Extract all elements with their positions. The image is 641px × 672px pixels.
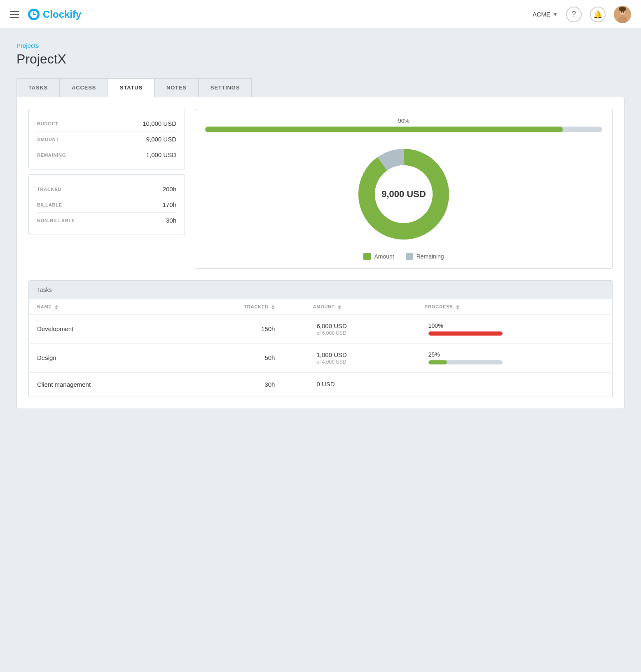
logo-icon bbox=[27, 8, 40, 21]
task-amount-cell: 6,000 USD of 6,000 USD bbox=[299, 315, 411, 343]
progress-bar-fill bbox=[205, 127, 563, 132]
tasks-table-header-row: NAME TRACKED bbox=[29, 299, 613, 315]
task-amount-main: 1,000 USD bbox=[316, 351, 403, 358]
avatar[interactable] bbox=[614, 6, 631, 23]
legend-remaining-label: Remaining bbox=[416, 253, 444, 260]
name-sort-icon bbox=[55, 305, 58, 310]
task-amount-cell: 0 USD bbox=[299, 372, 411, 397]
breadcrumb[interactable]: Projects bbox=[16, 42, 625, 49]
help-button[interactable]: ? bbox=[566, 7, 582, 22]
app-header: Clockify ACME ▼ ? 🔔 bbox=[0, 0, 641, 29]
remaining-value: 1,000 USD bbox=[146, 151, 176, 158]
status-left: BUDGET 10,000 USD AMOUNT 9,000 USD REMAI… bbox=[28, 109, 185, 269]
donut-chart: 9,000 USD bbox=[354, 145, 453, 244]
progress-bar-container: 90% bbox=[205, 117, 602, 132]
chart-legend: Amount Remaining bbox=[363, 253, 444, 260]
help-icon: ? bbox=[572, 10, 576, 19]
hamburger-menu[interactable] bbox=[10, 11, 19, 18]
page-content: Projects ProjectX TASKS ACCESS STATUS NO… bbox=[0, 29, 641, 422]
tasks-table: NAME TRACKED bbox=[28, 299, 613, 397]
legend-amount: Amount bbox=[363, 253, 394, 260]
legend-remaining: Remaining bbox=[406, 253, 444, 260]
workspace-chevron: ▼ bbox=[553, 12, 558, 17]
header-right: ACME ▼ ? 🔔 bbox=[533, 6, 631, 23]
task-progress-pct: 100% bbox=[428, 322, 604, 329]
task-amount-divider: 1,000 USD of 4,000 USD bbox=[308, 351, 403, 365]
workspace-name: ACME bbox=[533, 11, 550, 18]
task-progress-divider: — bbox=[420, 380, 604, 387]
tab-status[interactable]: STATUS bbox=[108, 78, 154, 97]
task-progress-cell: 25% bbox=[412, 343, 613, 372]
tracked-row: TRACKED 200h bbox=[37, 181, 176, 197]
progress-sort-icon bbox=[456, 305, 459, 310]
logo-text: Clockify bbox=[43, 9, 81, 20]
tab-tasks[interactable]: TASKS bbox=[16, 78, 60, 97]
task-progress-cell: — bbox=[412, 372, 613, 397]
tab-settings[interactable]: SETTINGS bbox=[199, 78, 252, 97]
task-amount-cell: 1,000 USD of 4,000 USD bbox=[299, 343, 411, 372]
task-name-cell: Client management bbox=[29, 372, 171, 397]
task-progress-fill bbox=[428, 360, 447, 364]
task-amount-sub: of 6,000 USD bbox=[316, 330, 403, 336]
task-name: Development bbox=[37, 325, 73, 332]
amount-value: 9,000 USD bbox=[146, 136, 176, 143]
task-tracked-cell: 150h bbox=[171, 315, 300, 343]
tasks-section-header: Tasks bbox=[28, 280, 613, 299]
progress-bar-track bbox=[205, 127, 602, 132]
task-progress-fill bbox=[428, 331, 503, 336]
non-billable-row: NON-BILLABLE 30h bbox=[37, 212, 176, 228]
col-progress[interactable]: PROGRESS bbox=[412, 299, 613, 315]
col-amount[interactable]: AMOUNT bbox=[299, 299, 411, 315]
tab-access[interactable]: ACCESS bbox=[60, 78, 108, 97]
budget-row: BUDGET 10,000 USD bbox=[37, 116, 176, 131]
notifications-button[interactable]: 🔔 bbox=[590, 7, 606, 22]
task-amount-main: 0 USD bbox=[316, 381, 403, 388]
task-name: Client management bbox=[37, 381, 91, 388]
billable-label: BILLABLE bbox=[37, 202, 62, 207]
tracked-box: TRACKED 200h BILLABLE 170h NON-BILLABLE … bbox=[28, 174, 185, 235]
workspace-selector[interactable]: ACME ▼ bbox=[533, 11, 558, 18]
table-row: Design 50h 1,000 USD of 4,000 USD bbox=[29, 343, 613, 372]
svg-point-2 bbox=[29, 14, 30, 15]
svg-point-9 bbox=[619, 7, 626, 12]
page-title: ProjectX bbox=[16, 52, 625, 67]
task-progress-cell: 100% bbox=[412, 315, 613, 343]
donut-center-text: 9,000 USD bbox=[381, 189, 426, 200]
remaining-row: REMAINING 1,000 USD bbox=[37, 147, 176, 162]
task-name-cell: Design bbox=[29, 343, 171, 372]
col-tracked[interactable]: TRACKED bbox=[171, 299, 300, 315]
task-progress-divider: 100% bbox=[420, 322, 604, 336]
tasks-header-label: Tasks bbox=[37, 287, 52, 293]
task-tracked: 150h bbox=[261, 325, 275, 332]
task-amount-main: 6,000 USD bbox=[316, 322, 403, 329]
remaining-label: REMAINING bbox=[37, 153, 66, 157]
amount-label: AMOUNT bbox=[37, 137, 59, 142]
table-row: Client management 30h 0 USD bbox=[29, 372, 613, 397]
table-row: Development 150h 6,000 USD of 6,000 USD bbox=[29, 315, 613, 343]
avatar-image bbox=[614, 6, 631, 23]
tab-notes[interactable]: NOTES bbox=[154, 78, 199, 97]
amount-sort-icon bbox=[338, 305, 341, 310]
legend-amount-label: Amount bbox=[374, 253, 394, 260]
budget-value: 10,000 USD bbox=[143, 120, 176, 127]
task-progress-pct: 25% bbox=[428, 351, 604, 358]
legend-remaining-color bbox=[406, 253, 413, 260]
billable-row: BILLABLE 170h bbox=[37, 197, 176, 212]
legend-amount-color bbox=[363, 253, 371, 260]
tracked-value: 200h bbox=[163, 186, 176, 193]
task-amount-divider: 0 USD bbox=[308, 381, 403, 388]
task-progress-track bbox=[428, 360, 503, 364]
budget-label: BUDGET bbox=[37, 121, 58, 126]
tabs-bar: TASKS ACCESS STATUS NOTES SETTINGS bbox=[16, 78, 625, 97]
col-name[interactable]: NAME bbox=[29, 299, 171, 315]
status-grid: BUDGET 10,000 USD AMOUNT 9,000 USD REMAI… bbox=[28, 109, 613, 269]
task-amount-sub: of 4,000 USD bbox=[316, 359, 403, 365]
non-billable-value: 30h bbox=[166, 217, 176, 224]
bell-icon: 🔔 bbox=[593, 10, 602, 19]
task-progress-track bbox=[428, 331, 503, 336]
main-card: BUDGET 10,000 USD AMOUNT 9,000 USD REMAI… bbox=[16, 97, 625, 409]
status-right: 90% bbox=[195, 109, 613, 269]
task-tracked-cell: 30h bbox=[171, 372, 300, 397]
budget-box: BUDGET 10,000 USD AMOUNT 9,000 USD REMAI… bbox=[28, 109, 185, 169]
billable-value: 170h bbox=[163, 201, 176, 208]
